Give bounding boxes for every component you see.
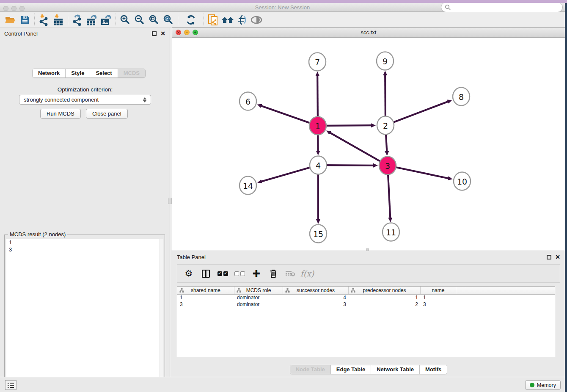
desktop-strip-top [0,0,567,3]
network-graph[interactable]: 7968124314101511 [172,38,565,250]
edge-3-1[interactable] [330,133,388,166]
edge-2-8[interactable] [385,102,448,125]
table-row[interactable]: 1 dominator 4 1 1 [177,295,555,301]
cell-successor-nodes[interactable]: 4 [283,295,349,301]
tab-style[interactable]: Style [66,69,90,77]
network-maximize-icon[interactable]: + [193,30,198,35]
table-toolbar: ⚙ ✓✓ ✚ f(x) [177,264,560,283]
table-row[interactable]: 3 dominator 3 2 3 [177,301,555,308]
close-icon[interactable]: ✕ [160,31,165,36]
status-bar: Memory [0,377,565,392]
control-panel-title: Control Panel [4,30,152,37]
node-label-7: 7 [315,58,320,67]
close-panel-button[interactable]: Close panel [86,109,128,119]
zoom-selected-icon[interactable] [161,13,176,27]
node-label-8: 8 [459,92,464,102]
show-hide-graphics-icon[interactable] [249,13,264,27]
edge-3-10[interactable] [388,166,449,178]
control-panel: Control Panel ✕ Network Style Select MCD… [0,28,170,377]
task-history-button[interactable] [5,380,17,390]
network-window-title: scc.txt [172,28,565,38]
export-image-icon[interactable] [99,13,113,27]
cell-shared-name[interactable]: 3 [177,301,234,308]
network-close-icon[interactable]: ✕ [176,30,181,35]
network-minimize-icon[interactable]: − [184,30,190,35]
cell-name[interactable]: 3 [421,301,456,308]
tab-motifs[interactable]: Motifs [420,365,447,374]
tab-mcds[interactable]: MCDS [118,69,145,77]
delete-columns-icon[interactable] [266,266,281,281]
minimize-window-button[interactable] [11,6,17,11]
node-table: shared name MCDS role successor nodes pr… [177,286,555,357]
column-header-successor-nodes[interactable]: successor nodes [283,287,349,294]
export-table-icon[interactable] [85,13,99,27]
mcds-result-item[interactable]: 3 [6,246,163,253]
search-box[interactable] [441,2,563,12]
add-column-icon[interactable]: ✚ [249,266,264,281]
zoom-out-icon[interactable] [132,13,147,27]
table-panel-title: Table Panel [177,254,547,260]
close-window-button[interactable] [3,6,8,11]
memory-status-icon [530,383,534,387]
zoom-window-button[interactable] [19,6,25,11]
cell-predecessor-nodes[interactable]: 2 [349,301,421,308]
apply-layout-icon[interactable] [184,13,198,27]
open-folder-icon[interactable] [3,13,18,27]
criterion-select[interactable]: strongly connected component [19,95,151,105]
show-columns-icon[interactable] [198,266,213,281]
clone-network-icon[interactable] [206,13,220,27]
run-mcds-button[interactable]: Run MCDS [40,109,81,119]
table-panel: Table Panel ✕ ⚙ ✓✓ ✚ f(x) shared name MC… [172,252,565,377]
zoom-in-icon[interactable] [118,13,132,27]
unselect-all-columns-icon[interactable] [232,266,247,281]
panel-splitter-handle[interactable] [168,198,172,204]
node-label-11: 11 [386,228,396,237]
cell-successor-nodes[interactable]: 3 [283,301,349,308]
tab-select[interactable]: Select [90,69,118,77]
zoom-fit-icon[interactable] [147,13,161,27]
column-header-name[interactable]: name [421,287,456,294]
scrollbar[interactable] [160,239,163,392]
toolbar-separator [178,14,178,26]
float-window-icon[interactable] [547,255,551,259]
cell-mcds-role[interactable]: dominator [234,295,283,301]
toolbar-separator [204,14,204,26]
save-icon[interactable] [18,13,32,27]
select-all-columns-icon[interactable]: ✓✓ [215,266,230,281]
cell-mcds-role[interactable]: dominator [234,301,283,308]
network-canvas[interactable]: 7968124314101511 [172,38,565,250]
tab-network[interactable]: Network [33,69,66,77]
desktop-strip-right [565,0,567,392]
close-icon[interactable]: ✕ [555,255,560,259]
float-window-icon[interactable] [152,31,157,36]
network-window-titlebar[interactable]: ✕ − + scc.txt [172,28,565,38]
search-input[interactable] [451,4,562,11]
column-header-mcds-role[interactable]: MCDS role [234,287,283,294]
mcds-result-list[interactable]: 1 3 [6,239,163,392]
apply-style-icon[interactable] [235,13,249,27]
mcds-result-title: MCDS result (2 nodes) [8,231,67,237]
node-label-14: 14 [243,181,253,190]
table-tabs: Node Table Edge Table Network Table Moti… [290,365,448,374]
function-builder-icon[interactable]: f(x) [300,266,314,281]
cell-predecessor-nodes[interactable]: 1 [349,295,421,301]
memory-button[interactable]: Memory [525,380,561,390]
export-network-icon[interactable] [70,13,85,27]
show-all-networks-icon[interactable] [220,13,235,27]
import-table-icon[interactable] [51,13,66,27]
cell-name[interactable]: 1 [421,295,456,301]
tab-node-table[interactable]: Node Table [290,365,331,374]
import-network-icon[interactable] [37,13,51,27]
mcds-result-item[interactable]: 1 [6,239,163,246]
tab-network-table[interactable]: Network Table [371,365,420,374]
tab-edge-table[interactable]: Edge Table [331,365,371,374]
node-label-10: 10 [457,177,467,186]
resize-handle[interactable] [366,248,369,251]
network-view-window: ✕ − + scc.txt 7968124314101511 [172,27,565,250]
column-header-shared-name[interactable]: shared name [177,287,234,294]
cell-shared-name[interactable]: 1 [177,295,234,301]
table-settings-icon[interactable]: ⚙ [182,266,196,281]
node-label-9: 9 [383,57,388,66]
column-header-predecessor-nodes[interactable]: predecessor nodes [349,287,421,294]
delete-table-icon[interactable] [283,266,297,281]
